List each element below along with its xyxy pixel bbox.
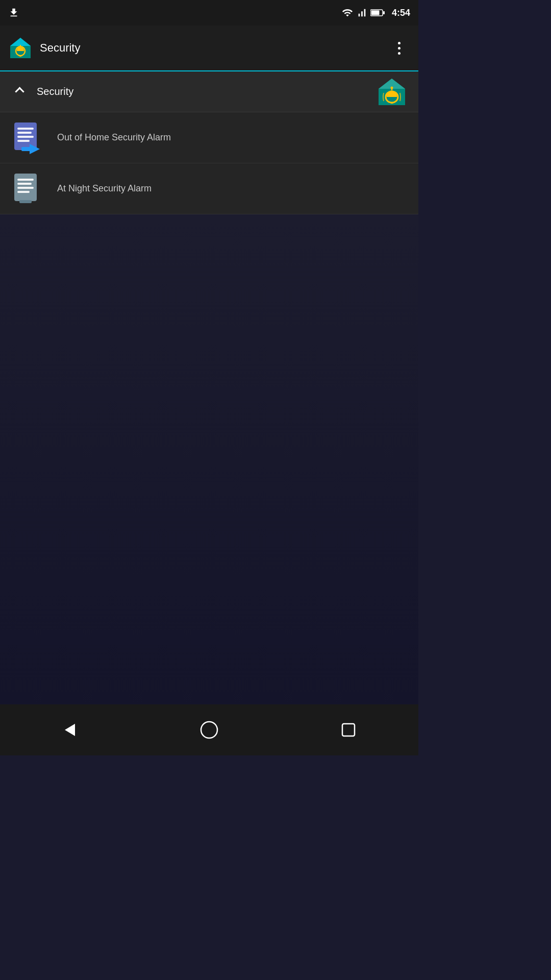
back-button[interactable]: [49, 709, 90, 750]
out-of-home-icon: [10, 119, 47, 156]
wifi-icon: [342, 7, 353, 18]
svg-rect-20: [21, 147, 32, 151]
section-icon-svg: [375, 76, 408, 108]
app-bar: Security: [0, 26, 418, 71]
recents-button[interactable]: [328, 709, 369, 750]
home-button[interactable]: [189, 709, 230, 750]
main-content-area: [0, 214, 418, 704]
svg-rect-2: [371, 11, 379, 15]
svg-rect-18: [17, 140, 30, 142]
battery-icon: [370, 7, 385, 18]
svg-point-12: [391, 86, 393, 89]
collapse-button[interactable]: [10, 83, 29, 101]
app-icon: [8, 36, 33, 60]
svg-rect-16: [17, 132, 32, 134]
svg-rect-15: [17, 128, 34, 130]
overflow-dot-3: [398, 52, 400, 55]
overflow-menu-button[interactable]: [388, 37, 410, 59]
svg-rect-6: [19, 56, 21, 57]
signal-icon: [356, 7, 367, 18]
svg-rect-22: [17, 179, 34, 181]
svg-marker-27: [65, 724, 75, 736]
svg-rect-29: [342, 724, 355, 736]
list-item-at-night[interactable]: At Night Security Alarm: [0, 163, 418, 214]
list-item-out-of-home[interactable]: Out of Home Security Alarm: [0, 112, 418, 163]
recents-icon: [338, 720, 359, 740]
svg-rect-13: [391, 102, 393, 104]
status-icons: 4:54: [342, 7, 410, 18]
out-of-home-label: Out of Home Security Alarm: [57, 132, 171, 143]
svg-rect-1: [383, 11, 385, 14]
status-bar: 4:54: [0, 0, 418, 26]
home-icon: [199, 720, 219, 740]
svg-rect-24: [17, 187, 34, 189]
status-time: 4:54: [392, 8, 410, 18]
svg-rect-23: [17, 183, 32, 185]
download-icon: [8, 7, 19, 18]
svg-rect-25: [17, 191, 30, 193]
at-night-label: At Night Security Alarm: [57, 183, 152, 194]
out-of-home-icon-svg: [11, 120, 46, 155]
app-icon-svg: [8, 36, 33, 60]
section-header: Security: [0, 71, 418, 112]
section-header-icon: [375, 76, 408, 108]
svg-marker-4: [10, 38, 31, 46]
status-bar-left: [8, 7, 19, 18]
section-title: Security: [37, 86, 375, 97]
svg-rect-17: [17, 136, 34, 138]
app-bar-title: Security: [40, 41, 388, 55]
svg-rect-26: [19, 200, 32, 203]
at-night-icon-svg: [11, 172, 46, 206]
overflow-dot-2: [398, 47, 400, 50]
bottom-nav: [0, 704, 418, 755]
chevron-up-icon: [15, 87, 24, 96]
back-icon: [60, 720, 80, 740]
at-night-icon: [10, 170, 47, 207]
svg-point-28: [201, 722, 217, 738]
overflow-dot-1: [398, 42, 400, 44]
